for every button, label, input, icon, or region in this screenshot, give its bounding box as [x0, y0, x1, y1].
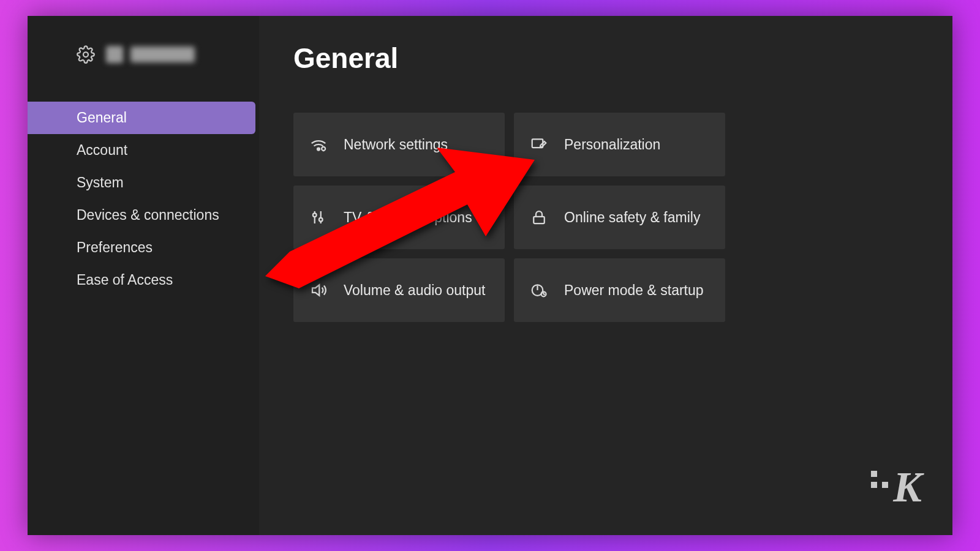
svg-point-4 — [313, 213, 317, 217]
profile-name-redacted — [106, 46, 195, 63]
svg-rect-6 — [533, 217, 545, 223]
tile-grid: Network settings Personalization TV & di… — [293, 113, 952, 322]
sidebar: General Account System Devices & connect… — [28, 16, 259, 535]
gear-icon — [77, 45, 95, 64]
sidebar-item-label: Account — [77, 142, 127, 159]
sidebar-item-label: Preferences — [77, 239, 153, 256]
lock-icon — [530, 208, 548, 227]
sliders-icon — [309, 208, 328, 227]
svg-point-1 — [317, 148, 320, 151]
watermark-dots — [871, 471, 888, 488]
settings-window: General Account System Devices & connect… — [28, 16, 952, 535]
network-icon — [309, 135, 328, 154]
sidebar-item-general[interactable]: General — [28, 102, 255, 134]
tile-label: Personalization — [564, 137, 660, 153]
sidebar-item-devices[interactable]: Devices & connections — [28, 199, 259, 231]
watermark: K — [871, 463, 922, 512]
sidebar-item-label: Devices & connections — [77, 207, 219, 223]
sidebar-item-label: Ease of Access — [77, 272, 173, 288]
tile-online-safety-family[interactable]: Online safety & family — [514, 186, 725, 249]
sidebar-header — [28, 45, 259, 64]
watermark-text: K — [893, 463, 922, 512]
svg-point-2 — [322, 147, 325, 151]
sidebar-item-ease-of-access[interactable]: Ease of Access — [28, 264, 259, 296]
volume-icon — [309, 281, 328, 299]
tile-label: Volume & audio output — [344, 282, 485, 299]
sidebar-item-system[interactable]: System — [28, 167, 259, 199]
sidebar-item-label: System — [77, 174, 124, 191]
gradient-frame: General Account System Devices & connect… — [0, 0, 980, 551]
tile-label: Network settings — [344, 137, 448, 153]
tile-label: TV & display options — [344, 209, 472, 226]
power-icon — [530, 281, 548, 299]
svg-point-5 — [319, 218, 323, 222]
tile-personalization[interactable]: Personalization — [514, 113, 725, 176]
tile-tv-display-options[interactable]: TV & display options — [293, 186, 505, 249]
tile-label: Power mode & startup — [564, 282, 704, 299]
main-pane: General Network settings Personalization — [259, 16, 952, 535]
tile-power-mode-startup[interactable]: Power mode & startup — [514, 258, 725, 322]
tile-network-settings[interactable]: Network settings — [293, 113, 505, 176]
tile-label: Online safety & family — [564, 209, 700, 226]
sidebar-item-label: General — [77, 110, 127, 126]
svg-point-0 — [83, 52, 88, 57]
page-title: General — [293, 42, 952, 75]
sidebar-item-account[interactable]: Account — [28, 134, 259, 167]
personalize-icon — [530, 135, 548, 154]
sidebar-item-preferences[interactable]: Preferences — [28, 231, 259, 264]
tile-volume-audio-output[interactable]: Volume & audio output — [293, 258, 505, 322]
